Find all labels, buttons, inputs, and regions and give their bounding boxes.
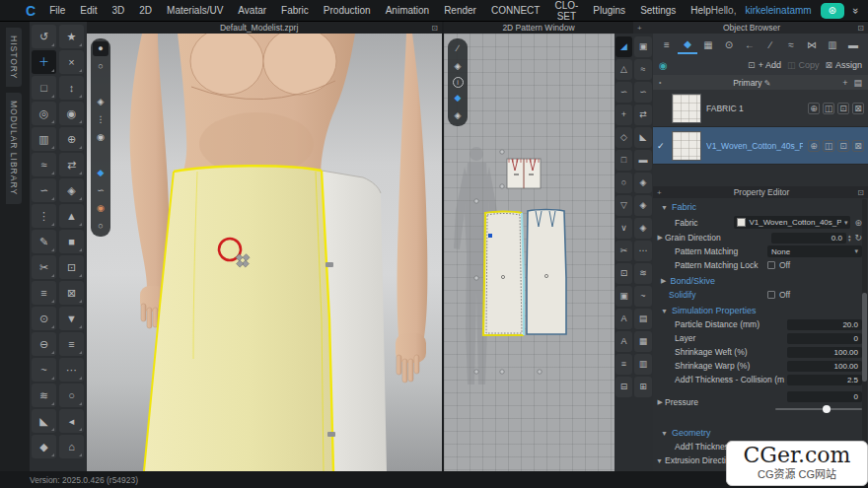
fold-arrangement-icon[interactable]: ◣ <box>32 409 56 433</box>
solidify-garment-icon[interactable]: ◈ <box>634 173 652 193</box>
gap2[interactable] <box>93 148 108 163</box>
select-move-icon[interactable]: ＋ <box>32 50 56 74</box>
flatten-icon[interactable]: ◂ <box>59 409 84 433</box>
sewing-edit-icon[interactable]: ▥ <box>32 127 56 151</box>
menu-animation[interactable]: Animation <box>386 0 429 22</box>
fabric-basket-icon[interactable]: ▦ <box>634 331 652 352</box>
scissors-icon[interactable]: ✂ <box>32 255 56 279</box>
scrollbar-thumb[interactable] <box>862 293 867 382</box>
free-sew-icon[interactable]: ∽ <box>634 82 652 103</box>
polygon-icon[interactable]: ◇ <box>615 127 632 148</box>
show-pins-icon[interactable]: ⋮ <box>93 112 108 127</box>
wireframe-style-icon[interactable]: ○ <box>93 59 108 74</box>
fabric-clone-icon[interactable]: ◫ <box>823 140 834 152</box>
fabric-settings-gear-icon[interactable]: ⊛ <box>854 218 862 228</box>
fabric-snapshot-icon[interactable]: ⊠ <box>852 140 864 152</box>
skirt-front-pattern[interactable] <box>483 212 524 336</box>
section-fabric[interactable]: ▼ Fabric <box>653 198 868 214</box>
show-garment-icon[interactable]: ◈ <box>93 95 108 109</box>
spinner-icons[interactable]: ▴▾ <box>848 234 851 242</box>
grading-icon[interactable]: ⊟ <box>615 377 632 397</box>
avatar-size-icon[interactable]: ↕ <box>59 76 84 100</box>
skirt-front-panel[interactable] <box>144 166 335 471</box>
pe-pin-icon[interactable]: + <box>657 188 662 197</box>
topstitch-icon[interactable]: ~ <box>32 358 56 382</box>
fabric-snapshot-icon[interactable]: ⊠ <box>852 103 864 114</box>
property-input[interactable]: 0 <box>787 333 862 344</box>
stitch-wave-icon[interactable]: ≋ <box>634 263 652 284</box>
menu-file[interactable]: File <box>49 0 65 22</box>
measure-length-icon[interactable]: ⊠ <box>59 281 84 305</box>
shirt-back-icon[interactable]: ■ <box>59 230 84 253</box>
reset-2d-arrangement-icon[interactable]: ◈ <box>450 108 466 123</box>
show-avatar-icon[interactable]: ◉ <box>93 130 108 145</box>
fabric-select[interactable]: V1_Woven_Cotton_40s_Pc ▾ <box>734 216 850 229</box>
circle-measure-icon[interactable]: ○ <box>59 383 84 407</box>
add-group-button[interactable]: + <box>842 78 847 88</box>
tape-measure-icon[interactable]: ⊡ <box>59 255 84 279</box>
avatar-pose-icon[interactable]: ★ <box>59 25 84 48</box>
home-view-icon[interactable]: ⌂ <box>59 435 84 458</box>
tab-bow-icon[interactable]: ⋈ <box>802 35 822 54</box>
select-mesh-icon[interactable]: □ <box>32 76 56 100</box>
grainline-icon[interactable]: ≡ <box>615 354 632 375</box>
clo-set-badge-icon[interactable]: ⊛ <box>821 3 844 19</box>
tab-scene-icon[interactable]: ≡ <box>657 35 677 54</box>
needle-icon[interactable]: ✎ <box>32 230 56 253</box>
skin-offset-icon[interactable]: ∽ <box>93 183 108 198</box>
fabric-row-v1-woven-cotton[interactable]: ✓ V1_Woven_Cotton_40s_Popl ⊕ ◫ ⊡ ⊠ <box>653 127 868 165</box>
menu-plugins[interactable]: Plugins <box>593 0 625 22</box>
zigzag-stitch-icon[interactable]: ~ <box>634 286 652 307</box>
fabric-add-icon[interactable]: ⊕ <box>808 140 820 152</box>
avatar-filter-icon[interactable]: ◉ <box>659 60 668 71</box>
pattern-matching-select[interactable]: None ▾ <box>767 245 862 257</box>
shirt-front-icon[interactable]: ▲ <box>59 204 84 228</box>
pattern-annotation-icon[interactable]: A <box>615 309 632 329</box>
sewing-machine-icon[interactable]: ▣ <box>634 36 652 57</box>
fabric-view-icon[interactable]: ◆ <box>93 166 108 180</box>
stitch-dotted-icon[interactable]: ⋯ <box>634 241 652 261</box>
menu-2d[interactable]: 2D <box>139 0 152 22</box>
pins-icon[interactable]: ⋮ <box>32 204 56 228</box>
property-input[interactable]: 100.00 <box>787 347 862 358</box>
expand-icon[interactable]: ▶ <box>653 234 663 242</box>
rename-group-icon[interactable]: ✎ <box>764 79 771 88</box>
menu-connect[interactable]: CONNECT <box>491 0 540 22</box>
edit-curvature-icon[interactable]: ∽ <box>615 82 632 103</box>
render-style-icon[interactable]: ● <box>93 41 108 56</box>
segment-sewing-icon[interactable]: ≈ <box>32 153 56 176</box>
username-link[interactable]: kirkeleinatamm <box>745 5 811 16</box>
shirring-icon[interactable]: ≋ <box>32 383 56 407</box>
edit-pattern-icon[interactable]: △ <box>615 59 632 80</box>
tab-topstitch-icon[interactable]: ∕ <box>760 35 780 54</box>
fabric-row-fabric-1[interactable]: FABRIC 1 ⊕ ◫ ⊡ ⊠ <box>653 90 868 127</box>
solidify-checkbox[interactable] <box>767 291 775 299</box>
garment-fit-icon[interactable]: ▼ <box>59 307 84 330</box>
globe-view-icon[interactable]: ○ <box>93 219 108 234</box>
notch-icon[interactable]: ∨ <box>615 218 632 239</box>
seam-taping-icon[interactable]: ▬ <box>634 150 652 171</box>
trace-icon[interactable]: ⊡ <box>615 263 632 284</box>
collapse-icon[interactable]: ▼ <box>653 457 663 464</box>
folder-icon[interactable]: ▤ <box>853 78 862 88</box>
section-simulation-properties[interactable]: ▼ Simulation Properties <box>653 302 868 317</box>
reset-icon[interactable]: ↻ <box>854 233 862 243</box>
tab-puckering-icon[interactable]: ≈ <box>781 35 801 54</box>
fabric-add-icon[interactable]: ⊕ <box>808 103 820 114</box>
section-bond-skive[interactable]: ▶ Bond/Skive <box>653 272 868 288</box>
cut-sew-icon[interactable]: ✂ <box>615 241 632 261</box>
expand-icon[interactable]: ▶ <box>653 398 663 406</box>
copy-button[interactable]: ◫Copy <box>787 60 820 70</box>
quilt-garment-icon[interactable]: ◈ <box>634 195 652 216</box>
pressure-input[interactable]: 0 <box>787 391 862 402</box>
layer-icon[interactable]: ≡ <box>59 332 84 356</box>
property-input[interactable]: 100.00 <box>787 361 862 372</box>
transform-pattern-icon[interactable]: ◢ <box>615 36 632 57</box>
mn-sew-icon[interactable]: ⇄ <box>634 105 652 125</box>
info-icon[interactable]: i <box>453 77 464 88</box>
pattern-lock-checkbox[interactable] <box>767 261 775 269</box>
viewport-layout-icon[interactable]: ⊡ <box>431 24 438 33</box>
menu-3d[interactable]: 3D <box>111 0 124 22</box>
viewport-3d[interactable]: Default_Modelist.zprj ⊡ ●○◈⋮◉◆∽◉○ <box>87 22 442 471</box>
grain-direction-input[interactable]: 0.0 <box>771 233 846 244</box>
